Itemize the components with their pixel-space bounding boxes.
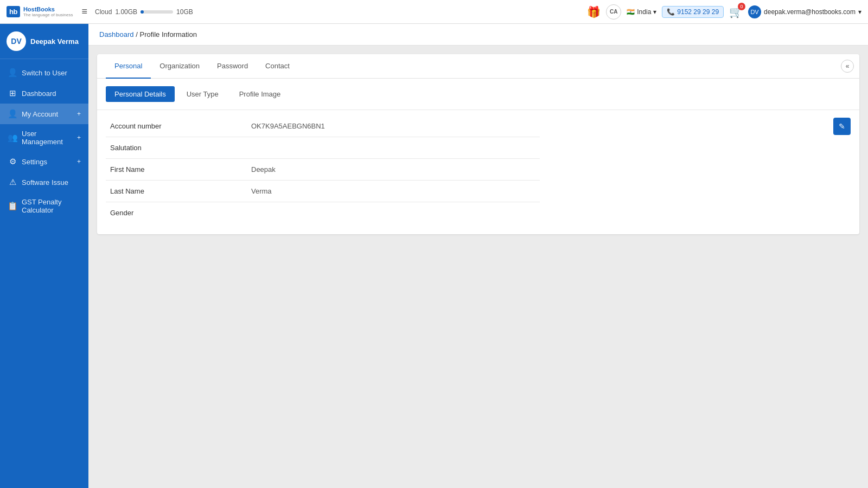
country-name: India	[637, 8, 651, 16]
sub-tab-user-type[interactable]: User Type	[178, 86, 227, 102]
sidebar-icon-switch-to-user: 👤	[8, 68, 17, 78]
profile-card: PersonalOrganizationPasswordContact « Pe…	[97, 54, 859, 234]
sidebar-label-switch-to-user: Switch to User	[22, 69, 67, 77]
table-row: First Name Deepak	[106, 159, 540, 181]
storage-bar-fill	[141, 10, 144, 14]
sidebar-icon-my-account: 👤	[8, 109, 17, 119]
avatar: DV	[7, 31, 26, 51]
sidebar-label-settings: Settings	[22, 158, 47, 166]
user-avatar: DV	[748, 5, 761, 18]
expand-icon-user-management: +	[77, 134, 81, 142]
sidebar-item-switch-to-user[interactable]: 👤 Switch to User	[0, 62, 88, 83]
country-selector[interactable]: 🇮🇳 India ▾	[627, 8, 656, 16]
logo-box: hb	[7, 6, 20, 17]
table-row: Last Name Verma	[106, 181, 540, 202]
sidebar-icon-dashboard: ⊞	[8, 88, 17, 98]
table-row: Account number OK7K9A5AEBGN6BN1	[106, 115, 540, 137]
user-email: deepak.verma@hostbooks.com	[764, 8, 856, 16]
sidebar-icon-gst-penalty: 📋	[8, 201, 17, 211]
tab-contact[interactable]: Contact	[257, 54, 298, 79]
field-value: OK7K9A5AEBGN6BN1	[247, 115, 540, 137]
profile-form-table: Account number OK7K9A5AEBGN6BN1 Salutati…	[106, 115, 540, 223]
sidebar-item-dashboard[interactable]: ⊞ Dashboard	[0, 83, 88, 104]
sidebar-label-gst-penalty: GST Penalty Calculator	[22, 198, 81, 214]
field-label: Account number	[106, 115, 247, 137]
field-value: Verma	[247, 181, 540, 202]
storage-total: 10GB	[176, 8, 193, 16]
phone-number: 9152 29 29 29	[677, 8, 719, 16]
sidebar-label-user-management: User Management	[22, 130, 73, 146]
flag-emoji: 🇮🇳	[627, 8, 635, 16]
table-row: Salutation	[106, 137, 540, 159]
sidebar-nav: 👤 Switch to User ⊞ Dashboard 👤 My Accoun…	[0, 62, 88, 220]
sidebar-item-settings[interactable]: ⚙ Settings +	[0, 151, 88, 172]
main-content: Dashboard / Profile Information Personal…	[88, 24, 868, 488]
breadcrumb-dashboard[interactable]: Dashboard	[99, 30, 134, 38]
field-value: Deepak	[247, 159, 540, 181]
hamburger-menu[interactable]: ≡	[82, 6, 88, 17]
sub-tab-profile-image[interactable]: Profile Image	[231, 86, 290, 102]
header-right: 🎁 CA 🇮🇳 India ▾ 📞 9152 29 29 29 🛒 0 DV d…	[587, 4, 861, 20]
sidebar-username: Deepak Verma	[30, 37, 79, 46]
breadcrumb-current: Profile Information	[139, 30, 197, 38]
field-label: First Name	[106, 159, 247, 181]
field-label: Gender	[106, 202, 247, 224]
expand-icon-my-account: +	[77, 110, 81, 118]
sidebar-icon-user-management: 👥	[8, 133, 17, 143]
form-section: ✎ Account number OK7K9A5AEBGN6BN1 Saluta…	[97, 110, 859, 234]
logo-name: HostBooks	[23, 6, 73, 12]
user-menu-button[interactable]: DV deepak.verma@hostbooks.com ▾	[748, 5, 861, 18]
sidebar-label-my-account: My Account	[22, 110, 58, 118]
cart-button[interactable]: 🛒 0	[729, 5, 743, 18]
table-row: Gender	[106, 202, 540, 224]
sidebar-item-gst-penalty[interactable]: 📋 GST Penalty Calculator	[0, 192, 88, 220]
breadcrumb: Dashboard / Profile Information	[88, 24, 868, 46]
cart-badge: 0	[738, 3, 745, 10]
chevron-down-icon: ▾	[653, 8, 656, 16]
phone-button[interactable]: 📞 9152 29 29 29	[662, 6, 724, 18]
expand-icon-settings: +	[77, 158, 81, 165]
storage-bar-bg	[141, 10, 173, 14]
storage-info: Cloud 1.00GB 10GB	[95, 8, 193, 16]
storage-used: 1.00GB	[115, 8, 137, 16]
sub-tab-personal-details[interactable]: Personal Details	[106, 86, 175, 102]
ca-badge[interactable]: CA	[606, 4, 621, 20]
sidebar-user-section: DV Deepak Verma	[0, 24, 88, 59]
tab-organization[interactable]: Organization	[151, 54, 208, 79]
field-label: Last Name	[106, 181, 247, 202]
sidebar-icon-settings: ⚙	[8, 157, 17, 166]
storage-label: Cloud	[95, 8, 112, 16]
sidebar-icon-software-issue: ⚠	[8, 177, 17, 187]
layout: DV Deepak Verma 👤 Switch to User ⊞ Dashb…	[0, 24, 868, 488]
sidebar-item-my-account[interactable]: 👤 My Account +	[0, 104, 88, 124]
collapse-button[interactable]: «	[841, 60, 854, 73]
field-value	[247, 202, 540, 224]
sidebar: DV Deepak Verma 👤 Switch to User ⊞ Dashb…	[0, 24, 88, 488]
logo-text-block: HostBooks The language of business	[23, 6, 73, 17]
tab-password[interactable]: Password	[208, 54, 257, 79]
tab-personal[interactable]: Personal	[106, 54, 151, 79]
sidebar-item-software-issue[interactable]: ⚠ Software Issue	[0, 172, 88, 192]
sidebar-item-user-management[interactable]: 👥 User Management +	[0, 124, 88, 151]
top-header: hb HostBooks The language of business ≡ …	[0, 0, 868, 24]
tabs-bar: PersonalOrganizationPasswordContact	[97, 54, 859, 79]
gift-icon[interactable]: 🎁	[587, 5, 601, 18]
edit-button[interactable]: ✎	[833, 118, 851, 135]
logo-tagline: The language of business	[23, 12, 73, 17]
field-value	[247, 137, 540, 159]
phone-icon: 📞	[667, 8, 675, 16]
sub-tabs: Personal DetailsUser TypeProfile Image	[97, 79, 859, 110]
sidebar-label-software-issue: Software Issue	[22, 178, 68, 187]
sidebar-label-dashboard: Dashboard	[22, 89, 56, 98]
chevron-down-icon: ▾	[858, 8, 861, 16]
logo[interactable]: hb HostBooks The language of business	[7, 6, 73, 17]
field-label: Salutation	[106, 137, 247, 159]
